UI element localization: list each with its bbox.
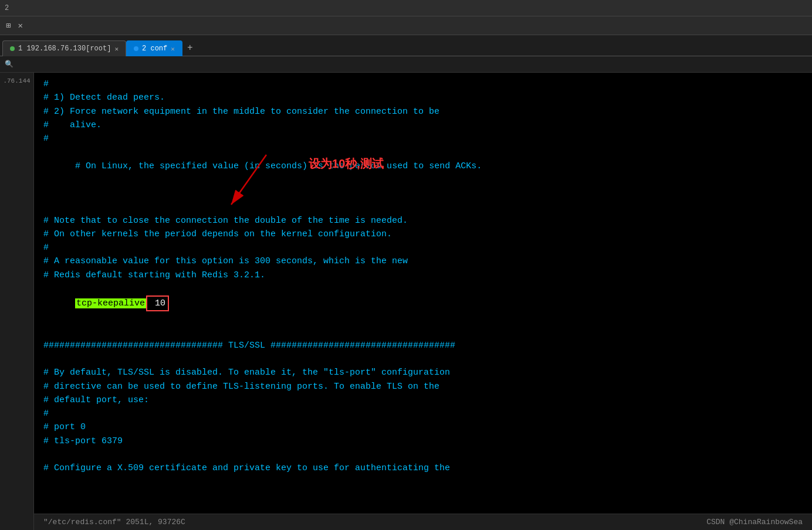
code-line-16: # By default, TLS/SSL is disabled. To en… xyxy=(43,366,803,379)
code-line-6: # On Linux, the specified value (in seco… xyxy=(43,145,803,213)
code-line-3: # 2) Force network equipment in the midd… xyxy=(43,105,803,118)
code-line-21: # tls-port 6379 xyxy=(43,434,803,448)
code-line-4: # alive. xyxy=(43,118,803,132)
sidebar-pin-icon[interactable]: ⊞ xyxy=(4,19,13,32)
tab-add-button[interactable]: + xyxy=(182,40,198,56)
code-line-22-blank xyxy=(43,448,803,461)
config-key: tcp-keepalive xyxy=(75,298,146,308)
sidebar-ip-label: .76.144 xyxy=(1,75,32,87)
search-bar: 🔍 xyxy=(0,56,812,73)
config-value-box: 10 xyxy=(146,295,169,311)
code-line-1: # xyxy=(43,77,803,91)
code-line-8: # On other kernels the period depends on… xyxy=(43,227,803,241)
code-line-5: # xyxy=(43,132,803,145)
tab-label-2: 2 conf xyxy=(142,45,167,53)
tab-conf[interactable]: 2 conf ✕ xyxy=(126,40,182,56)
status-file-info: "/etc/redis.conf" 2051L, 93726C xyxy=(43,518,185,526)
search-icon: 🔍 xyxy=(5,60,13,69)
code-line-12-config: tcp-keepalive 10 xyxy=(43,282,803,325)
code-line-23: # Configure a X.509 certificate and priv… xyxy=(43,461,803,475)
close-sidebar-icon[interactable]: ✕ xyxy=(15,19,25,32)
code-line-7: # Note that to close the connection the … xyxy=(43,214,803,227)
tab-close-2[interactable]: ✕ xyxy=(171,45,175,53)
tab-close-1[interactable]: ✕ xyxy=(114,45,119,53)
sidebar-strip: .76.144 xyxy=(0,73,34,530)
toolbar-row: ⊞ ✕ xyxy=(0,16,812,35)
tab-bar: 1 192.168.76.130[root] ✕ 2 conf ✕ + xyxy=(0,35,812,56)
code-line-2: # 1) Detect dead peers. xyxy=(43,91,803,104)
top-bar: 2 xyxy=(0,0,812,16)
code-line-15-blank xyxy=(43,352,803,366)
tab-session-1[interactable]: 1 192.168.76.130[root] ✕ xyxy=(2,40,126,56)
code-line-17: # directive can be used to define TLS-li… xyxy=(43,380,803,393)
tab-dot-green xyxy=(10,46,15,51)
tab-dot-blue xyxy=(134,46,138,51)
top-bar-number: 2 xyxy=(5,4,9,12)
search-input[interactable] xyxy=(13,60,807,69)
code-line-10: # A reasonable value for this option is … xyxy=(43,254,803,268)
status-branding: CSDN @ChinaRainbowSea xyxy=(706,518,803,526)
code-line-11: # Redis default starting with Redis 3.2.… xyxy=(43,269,803,282)
code-line-14-divider: ################################## TLS/S… xyxy=(43,339,803,352)
svg-line-1 xyxy=(231,155,266,205)
code-line-9: # xyxy=(43,241,803,254)
code-line-20: # port 0 xyxy=(43,420,803,434)
terminal-content[interactable]: # # 1) Detect dead peers. # 2) Force net… xyxy=(34,73,812,530)
main-area: .76.144 # # 1) Detect dead peers. # 2) F… xyxy=(0,73,812,530)
code-line-18: # default port, use: xyxy=(43,393,803,407)
status-bar: "/etc/redis.conf" 2051L, 93726C CSDN @Ch… xyxy=(34,514,812,530)
code-line-19: # xyxy=(43,407,803,420)
code-line-13-blank xyxy=(43,325,803,339)
tab-label-1: 1 192.168.76.130[root] xyxy=(18,45,111,53)
